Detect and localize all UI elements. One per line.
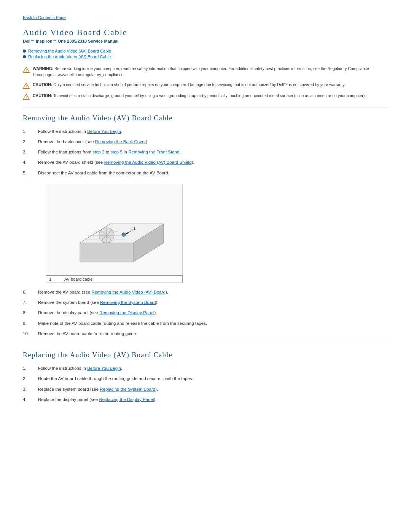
removing-step-8: 8. Remove the display panel (see Removin… <box>23 310 388 316</box>
removing-section-title: Removing the Audio Video (AV) Board Cabl… <box>23 114 388 122</box>
caution2-text-content: To avoid electrostatic discharge, ground… <box>53 93 366 98</box>
caution2-label: CAUTION: <box>33 93 52 98</box>
step-text-8: Remove the display panel (see Removing t… <box>38 310 388 316</box>
warning-label: WARNING: <box>33 66 53 71</box>
removing-front-stand-link[interactable]: Removing the Front Stand <box>128 150 179 154</box>
removing-step-1: 1. Follow the instructions in Before You… <box>23 128 388 135</box>
replacing-section-title: Replacing the Audio Video (AV) Board Cab… <box>23 351 388 359</box>
diagram-image: 1 <box>46 184 183 275</box>
diagram-label-num: 1 <box>46 275 61 283</box>
warning-text-content: Before working inside your computer, rea… <box>33 66 369 77</box>
replacing-system-board-link[interactable]: Replacing the System Board <box>100 387 155 391</box>
page-title: Audio Video Board Cable <box>23 27 388 37</box>
caution1-icon: ! <box>23 82 30 89</box>
step2-link[interactable]: step 2 <box>92 150 104 154</box>
step-num-9: 9. <box>23 320 38 327</box>
removing-back-cover-link[interactable]: Removing the Back Cover <box>95 139 146 144</box>
removing-steps-continued: 6. Remove the AV board (see Removing the… <box>23 289 388 337</box>
step-num-2: 2. <box>23 139 38 145</box>
av-board-diagram: 1 <box>49 186 179 273</box>
step-text-6: Remove the AV board (see Removing the Au… <box>38 289 388 296</box>
divider-1 <box>23 107 388 107</box>
removing-step-3: 3. Follow the instructions from step 2 t… <box>23 149 388 155</box>
step-num-6: 6. <box>23 289 38 296</box>
before-you-begin-link-2[interactable]: Before You Begin <box>87 366 121 371</box>
svg-text:!: ! <box>25 84 27 88</box>
caution1-text-content: Only a certified service technician shou… <box>53 82 345 87</box>
diagram-label-row: 1 AV board cable <box>46 275 183 283</box>
back-to-contents-link[interactable]: Back to Contents Page <box>23 15 388 20</box>
step-text-1: Follow the instructions in Before You Be… <box>38 128 388 135</box>
warning-box: ! WARNING: Before working inside your co… <box>23 66 388 78</box>
removing-step-7: 7. Remove the system board (see Removing… <box>23 299 388 306</box>
subtitle: Dell™ Inspiron™ One 2305/2310 Service Ma… <box>23 39 388 43</box>
replacing-step-text-2: Route the AV board cable through the rou… <box>38 375 388 382</box>
toc-item-removing: Removing the Audio Video (AV) Board Cabl… <box>23 49 388 53</box>
svg-point-18 <box>122 233 126 236</box>
svg-text:!: ! <box>25 68 27 72</box>
removing-step-6: 6. Remove the AV board (see Removing the… <box>23 289 388 296</box>
replacing-step-num-4: 4. <box>23 396 38 403</box>
replacing-step-num-3: 3. <box>23 386 38 393</box>
replacing-step-num-2: 2. <box>23 375 38 382</box>
removing-steps: 1. Follow the instructions in Before You… <box>23 128 388 176</box>
step-num-5: 5. <box>23 170 38 176</box>
step-text-4: Remove the AV board shield (see Removing… <box>38 159 388 166</box>
step-text-5: Disconnect the AV board cable from the c… <box>38 170 388 176</box>
toc-item-replacing: Replacing the Audio Video (AV) Board Cab… <box>23 54 388 59</box>
removing-display-panel-link[interactable]: Removing the Display Panel <box>99 310 154 315</box>
bullet-icon <box>23 50 26 53</box>
step-text-2: Remove the back cover (see Removing the … <box>38 139 388 145</box>
replacing-step-text-4: Replace the display panel (see Replacing… <box>38 396 388 403</box>
before-you-begin-link-1[interactable]: Before You Begin <box>87 129 121 134</box>
replacing-step-2: 2. Route the AV board cable through the … <box>23 375 388 382</box>
step-num-1: 1. <box>23 128 38 135</box>
step-num-10: 10. <box>23 331 38 337</box>
removing-step-9: 9. Make note of the AV board cable routi… <box>23 320 388 327</box>
svg-marker-7 <box>80 243 133 262</box>
svg-text:1: 1 <box>133 226 135 230</box>
removing-system-board-link[interactable]: Removing the System Board <box>100 300 156 305</box>
caution2-box: ! CAUTION: To avoid electrostatic discha… <box>23 93 388 100</box>
removing-step-4: 4. Remove the AV board shield (see Remov… <box>23 159 388 166</box>
replacing-step-3: 3. Replace the system board (see Replaci… <box>23 386 388 393</box>
replacing-step-4: 4. Replace the display panel (see Replac… <box>23 396 388 403</box>
removing-step-5: 5. Disconnect the AV board cable from th… <box>23 170 388 176</box>
removing-av-board-link[interactable]: Removing the Audio Video (AV) Board <box>91 290 166 294</box>
svg-text:!: ! <box>25 95 27 99</box>
replacing-step-num-1: 1. <box>23 365 38 372</box>
caution1-label: CAUTION: <box>33 82 52 87</box>
replacing-step-1: 1. Follow the instructions in Before You… <box>23 365 388 372</box>
step5-link[interactable]: step 5 <box>110 150 122 154</box>
diagram-area: 1 1 AV board cable <box>46 184 388 283</box>
step-text-9: Make note of the AV board cable routing … <box>38 320 388 327</box>
removing-step-2: 2. Remove the back cover (see Removing t… <box>23 139 388 145</box>
divider-2 <box>23 344 388 344</box>
step-num-4: 4. <box>23 159 38 166</box>
replacing-step-text-3: Replace the system board (see Replacing … <box>38 386 388 393</box>
step-text-10: Remove the AV board cable from the routi… <box>38 331 388 337</box>
step-text-7: Remove the system board (see Removing th… <box>38 299 388 306</box>
step-num-3: 3. <box>23 149 38 155</box>
step-text-3: Follow the instructions from step 2 to s… <box>38 149 388 155</box>
caution1-box: ! CAUTION: Only a certified service tech… <box>23 82 388 89</box>
warning-icon: ! <box>23 66 30 73</box>
toc-link-replacing[interactable]: Replacing the Audio Video (AV) Board Cab… <box>28 54 111 59</box>
step-num-7: 7. <box>23 299 38 306</box>
diagram-label-table: 1 AV board cable <box>46 275 183 283</box>
bullet-icon <box>23 55 26 58</box>
caution2-icon: ! <box>23 93 30 100</box>
replacing-step-text-1: Follow the instructions in Before You Be… <box>38 365 388 372</box>
toc-list: Removing the Audio Video (AV) Board Cabl… <box>23 49 388 59</box>
step-num-8: 8. <box>23 310 38 316</box>
toc-link-removing[interactable]: Removing the Audio Video (AV) Board Cabl… <box>28 49 111 53</box>
replacing-display-panel-link[interactable]: Replacing the Display Panel <box>99 397 154 402</box>
av-board-shield-link[interactable]: Removing the Audio Video (AV) Board Shie… <box>104 160 192 165</box>
removing-step-10: 10. Remove the AV board cable from the r… <box>23 331 388 337</box>
diagram-label-text: AV board cable <box>61 275 183 283</box>
replacing-steps: 1. Follow the instructions in Before You… <box>23 365 388 403</box>
